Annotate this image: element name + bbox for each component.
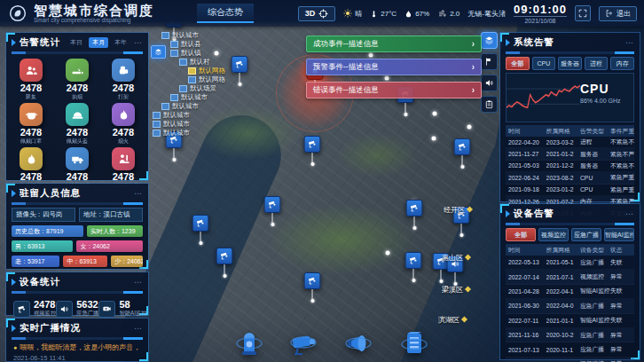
event-banner-success[interactable]: 成功事件--描述信息 ›: [306, 35, 482, 52]
cpu-line-chart: [507, 74, 580, 122]
layer-tree-item[interactable]: 默认村: [179, 58, 225, 66]
alarm-stats-more-button[interactable]: ⋯: [134, 38, 143, 47]
cctv-icon: [216, 248, 233, 264]
device-alarm-tab-应急广播[interactable]: 应急广播: [571, 228, 601, 241]
3d-mode-button[interactable]: 3D: [298, 6, 336, 21]
system-alarm-tab-全部[interactable]: 全部: [506, 57, 530, 70]
table-row[interactable]: 2021-06-302022-04-0应急广播异常: [506, 299, 634, 313]
cpu-info: CPU 86% 4.00 GHz: [580, 74, 633, 122]
map-marker-camera[interactable]: [264, 196, 281, 226]
flag-icon[interactable]: [481, 53, 498, 70]
map-marker-camera[interactable]: [304, 272, 321, 303]
alarm-tab-本月[interactable]: 本月: [89, 37, 108, 48]
map-tool-megaphone-3d-icon[interactable]: [339, 328, 380, 362]
table-row[interactable]: 2022-07-142021-07-1视频监控异常: [506, 270, 634, 284]
map-waypoint-dot[interactable]: [386, 251, 390, 256]
system-alarm-tab-CPU[interactable]: CPU: [532, 57, 556, 70]
personnel-more-button[interactable]: ⋯: [134, 189, 143, 198]
layer-tree-item[interactable]: 默认场景: [179, 84, 225, 92]
alarm-stat-item[interactable]: 2478 佩戴头盔: [54, 102, 100, 146]
fullscreen-button[interactable]: [575, 5, 591, 21]
device-stats-more-button[interactable]: ⋯: [134, 278, 143, 287]
table-row[interactable]: 2022-05-132021-05-1应急广播失联: [506, 256, 634, 270]
device-stat-item[interactable]: 58 智能AI监控: [98, 299, 146, 318]
event-banner-error[interactable]: 错误事件--描述信息 ›: [306, 82, 482, 98]
panel-device-stats: 设备统计 ⋯ 2478 视频监控 5632 应急广播 58 智能AI监控: [5, 272, 149, 316]
alarm-stat-item[interactable]: 2478 抽烟: [54, 58, 100, 101]
mask-icon: [20, 103, 43, 126]
map-marker-camera[interactable]: [216, 248, 233, 278]
broadcast-more-button[interactable]: ⋯: [134, 324, 143, 333]
header-right-cluster: 3D 晴 27°C 67% 2.0 无锡-鼋头渚 09:01:00 2021/1…: [298, 4, 644, 24]
table-row[interactable]: 2021-11-272021-01-2服务器紧急不严重: [506, 148, 634, 160]
map-marker-camera[interactable]: [304, 136, 321, 166]
truck-icon: [66, 147, 89, 170]
device-alarm-more-button[interactable]: ⋯: [625, 209, 634, 218]
layers-icon[interactable]: [481, 32, 498, 49]
alarm-tab-本年[interactable]: 本年: [111, 37, 130, 48]
map-toolbar: [229, 328, 435, 362]
layer-node-icon: [188, 67, 196, 75]
event-banner-warning[interactable]: 预警事件--描述信息 ›: [306, 59, 482, 75]
device-stat-item[interactable]: 5632 应急广播: [56, 299, 98, 318]
device-alarm-title: 设备告警: [514, 208, 554, 220]
layer-tree-item[interactable]: 默认城市: [153, 120, 225, 128]
alarm-stat-item[interactable]: 2478 打架: [100, 58, 146, 101]
map-tool-server-3d-icon[interactable]: [394, 328, 435, 362]
device-stat-label: 应急广播: [76, 310, 98, 318]
alarm-stat-item[interactable]: 2478 佩戴口罩: [8, 102, 54, 146]
layer-tree-item[interactable]: 默认网格: [188, 75, 225, 83]
map-waypoint-dot[interactable]: [467, 125, 472, 130]
cctv-icon: [13, 301, 30, 318]
map-marker-camera[interactable]: [406, 200, 423, 230]
alarm-stat-item[interactable]: 2478 烟火: [100, 102, 146, 146]
tab-overview[interactable]: 综合态势: [197, 4, 254, 23]
device-stat-item[interactable]: 2478 视频监控: [13, 299, 56, 318]
layer-tree-item[interactable]: 默认城市: [170, 93, 225, 101]
system-alarm-more-button[interactable]: ⋯: [625, 38, 634, 47]
map-marker-camera[interactable]: [454, 138, 471, 169]
map-marker-camera[interactable]: [405, 252, 422, 282]
layer-tree-item[interactable]: 默认城市: [153, 111, 225, 119]
map-waypoint-dot[interactable]: [433, 112, 437, 116]
layer-tree-item[interactable]: 默认城市: [161, 31, 225, 39]
system-alarm-tab-进程[interactable]: 进程: [585, 57, 609, 70]
layer-tree-item[interactable]: 默认城市: [153, 129, 225, 137]
device-alarm-tab-智能AI监控[interactable]: 智能AI监控: [604, 228, 634, 241]
table-row[interactable]: 2021-09-182023-01-2CPU紧急严重: [506, 185, 634, 196]
layer-tree-item[interactable]: 默认县: [170, 40, 225, 48]
alarm-stat-item[interactable]: 2478 聚集: [8, 58, 54, 101]
cpu-value: 86% 4.00 GHz: [580, 98, 633, 104]
date-value: 2021/10/08: [514, 18, 567, 24]
table-row[interactable]: 2022-06-242023-08-2CPU紧急严重: [506, 172, 634, 184]
map-waypoint-dot[interactable]: [432, 137, 436, 141]
cpu-label: CPU: [580, 82, 633, 96]
layer-node-label: 默认场景: [190, 85, 216, 92]
layer-tree-item[interactable]: 默认镇: [170, 49, 225, 57]
weather-temp: 27°C: [370, 9, 397, 19]
alarm-tab-本日[interactable]: 本日: [67, 37, 86, 48]
layer-tree-item[interactable]: 默认网格: [188, 67, 225, 75]
system-alarm-tab-内存[interactable]: 内存: [610, 57, 634, 70]
map-tool-hydrant-3d-icon[interactable]: [229, 328, 270, 362]
table-row[interactable]: 2021-11-162020-10-2应急广播异常: [506, 328, 634, 342]
clipboard-icon[interactable]: [481, 96, 498, 113]
table-row[interactable]: 2022-04-202023-03-2进程不紧急不严重: [506, 137, 634, 148]
device-alarm-tab-视频监控[interactable]: 视频监控: [538, 228, 569, 241]
event-banner-text: 预警事件--描述信息: [313, 62, 379, 73]
layer-tree-active-button[interactable]: [151, 45, 166, 59]
table-row[interactable]: 2022-07-112021-01-1智能AI监控失联: [506, 314, 634, 328]
layer-tree-item[interactable]: 默认城市: [161, 102, 225, 110]
table-row[interactable]: 2021-04-282022-04-1智能AI监控失联: [506, 285, 634, 299]
table-row[interactable]: 2021-05-032021-12-2服务器不紧急不严重: [506, 161, 634, 172]
table-row[interactable]: 2022-02-172020-11-2视频监控异常: [506, 358, 634, 362]
app-subtitle: Smart city comprehensive dispatching: [34, 18, 154, 24]
device-alarm-tab-全部[interactable]: 全部: [506, 228, 536, 241]
table-row[interactable]: 2021-07-132020-11-1应急广播异常: [506, 342, 634, 357]
map-tool-camera-3d-icon[interactable]: [284, 328, 325, 362]
system-alarm-tab-服务器[interactable]: 服务器: [558, 57, 582, 70]
map-marker-camera[interactable]: [232, 56, 248, 86]
exit-button[interactable]: 退出: [599, 6, 637, 21]
map-marker-camera[interactable]: [192, 215, 209, 245]
speaker-icon[interactable]: [481, 75, 498, 91]
